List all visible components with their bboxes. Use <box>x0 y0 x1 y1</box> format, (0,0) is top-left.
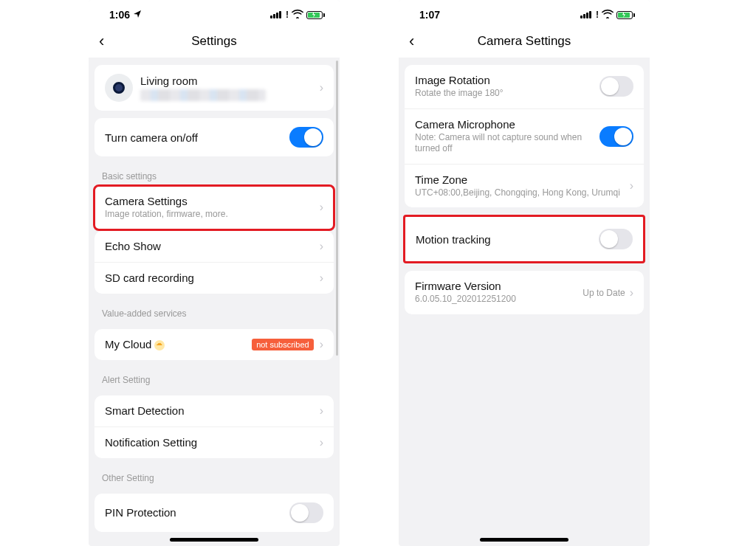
row-title: PIN Protection <box>105 506 289 519</box>
row-sub: UTC+08:00,Beijing, Chongqing, Hong Kong,… <box>415 187 630 199</box>
row-title: Echo Show <box>105 240 320 252</box>
settings-content: Living room › Turn camera on/off Basic s… <box>89 58 340 546</box>
row-sub: Rotate the image 180° <box>415 88 599 100</box>
vas-card: My Cloud not subscribed › <box>94 329 334 360</box>
phone-camera-settings: 1:07 ! ‹ Camera Settings Image Rotation <box>399 0 650 546</box>
row-title: Smart Detection <box>105 404 320 417</box>
navbar: ‹ Settings <box>89 25 340 58</box>
row-title: Firmware Version <box>415 280 583 292</box>
status-bar: 1:07 ! <box>399 0 650 25</box>
row-title: Camera Microphone <box>415 118 599 131</box>
device-card[interactable]: Living room › <box>94 65 334 111</box>
status-bar: 1:06 ! <box>89 0 340 25</box>
section-other-label: Other Setting <box>89 466 340 486</box>
chevron-right-icon: › <box>320 436 323 449</box>
other-card: PIN Protection <box>94 494 334 532</box>
navbar: ‹ Camera Settings <box>399 25 650 58</box>
chevron-right-icon: › <box>320 240 323 253</box>
nav-title: Camera Settings <box>478 34 571 49</box>
signal-icon <box>270 11 281 18</box>
battery-icon <box>616 11 635 19</box>
firmware-row[interactable]: Firmware Version 6.0.05.10_202012251200 … <box>405 271 644 314</box>
row-sub: Note: Camera will not capture sound when… <box>415 132 599 155</box>
motion-tracking-highlight: Motion tracking <box>403 215 645 263</box>
wifi-icon <box>602 9 614 21</box>
fw-card: Firmware Version 6.0.05.10_202012251200 … <box>405 271 644 314</box>
cs-card-1: Image Rotation Rotate the image 180° Cam… <box>405 65 644 207</box>
motion-toggle[interactable] <box>599 229 633 249</box>
device-name: Living room <box>140 75 320 87</box>
chevron-right-icon: › <box>320 338 323 351</box>
location-icon <box>133 9 142 21</box>
alert-card: Smart Detection › Notification Setting › <box>94 395 334 458</box>
microphone-row[interactable]: Camera Microphone Note: Camera will not … <box>405 109 644 165</box>
chevron-right-icon: › <box>320 81 323 94</box>
status-time: 1:06 <box>109 9 130 21</box>
power-card: Turn camera on/off <box>94 118 334 156</box>
notification-setting-row[interactable]: Notification Setting › <box>94 427 334 458</box>
device-row[interactable]: Living room › <box>94 65 334 111</box>
home-indicator[interactable] <box>480 538 568 542</box>
row-title: Image Rotation <box>415 74 599 86</box>
pin-protection-row[interactable]: PIN Protection <box>94 494 334 532</box>
section-basic-label: Basic settings <box>89 164 340 184</box>
signal-icon <box>580 11 591 18</box>
wifi-icon <box>292 9 303 21</box>
phone-settings: 1:06 ! ‹ Settings <box>89 0 340 546</box>
scrollbar[interactable] <box>336 61 338 356</box>
chevron-right-icon: › <box>630 179 633 193</box>
section-alert-label: Alert Setting <box>89 367 340 388</box>
firmware-status: Up to Date <box>583 288 625 298</box>
camera-settings-row[interactable]: Camera Settings Image rotation, firmware… <box>94 186 334 229</box>
row-sub: 6.0.05.10_202012251200 <box>415 294 583 305</box>
motion-card: Motion tracking <box>405 217 643 261</box>
row-title: Notification Setting <box>105 436 320 449</box>
basic-card-2: Echo Show › SD card recording › <box>94 231 334 294</box>
sd-card-row[interactable]: SD card recording › <box>94 263 334 294</box>
timezone-row[interactable]: Time Zone UTC+08:00,Beijing, Chongqing, … <box>405 165 644 208</box>
image-rotation-row[interactable]: Image Rotation Rotate the image 180° <box>405 65 644 109</box>
microphone-toggle[interactable] <box>599 126 633 147</box>
rotation-toggle[interactable] <box>599 76 633 97</box>
motion-tracking-row[interactable]: Motion tracking <box>405 217 643 261</box>
my-cloud-row[interactable]: My Cloud not subscribed › <box>94 329 334 360</box>
row-title: Camera Settings <box>105 195 320 207</box>
status-time: 1:07 <box>419 9 440 21</box>
row-title: SD card recording <box>105 272 320 284</box>
battery-icon <box>306 11 325 19</box>
camera-power-row[interactable]: Turn camera on/off <box>94 118 334 156</box>
cloud-icon <box>154 340 165 350</box>
device-id-redacted <box>140 89 266 101</box>
chevron-right-icon: › <box>320 201 323 214</box>
row-sub: Image rotation, firmware, more. <box>105 209 320 221</box>
pin-toggle[interactable] <box>289 502 323 523</box>
chevron-right-icon: › <box>320 272 323 285</box>
section-vas-label: Value-added services <box>89 301 340 322</box>
back-button[interactable]: ‹ <box>99 32 104 51</box>
camera-settings-content: Image Rotation Rotate the image 180° Cam… <box>399 58 650 546</box>
row-title: Motion tracking <box>416 233 599 246</box>
smart-detection-row[interactable]: Smart Detection › <box>94 395 334 427</box>
nav-title: Settings <box>191 34 236 49</box>
chevron-right-icon: › <box>630 286 633 300</box>
camera-settings-card: Camera Settings Image rotation, firmware… <box>94 186 334 229</box>
back-button[interactable]: ‹ <box>409 32 414 51</box>
chevron-right-icon: › <box>320 404 323 418</box>
row-title: Turn camera on/off <box>105 131 289 144</box>
camera-power-toggle[interactable] <box>289 127 323 148</box>
echo-show-row[interactable]: Echo Show › <box>94 231 334 263</box>
row-title: My Cloud <box>105 338 252 350</box>
signal-alert-icon: ! <box>596 10 599 20</box>
signal-alert-icon: ! <box>286 10 289 20</box>
camera-icon <box>105 74 133 102</box>
row-title: Time Zone <box>415 173 630 186</box>
not-subscribed-badge: not subscribed <box>252 339 314 350</box>
home-indicator[interactable] <box>170 538 258 542</box>
